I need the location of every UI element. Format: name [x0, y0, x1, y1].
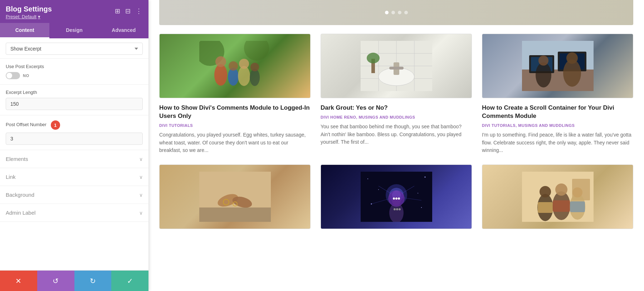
people-outdoor-svg [199, 41, 271, 91]
tabs-row: Content Design Advanced [0, 23, 148, 38]
blog-card-3: How to Create a Scroll Container for You… [482, 34, 633, 154]
blog-card-2: Dark Grout: Yes or No? DIVI HOME RENO, M… [321, 34, 472, 154]
blog-title-2: Dark Grout: Yes or No? [321, 104, 472, 112]
svg-point-8 [250, 69, 260, 86]
save-icon: ✓ [127, 277, 133, 285]
svg-point-29 [538, 56, 548, 66]
hero-dots [385, 11, 408, 14]
elements-label: Elements [6, 156, 28, 162]
svg-point-31 [566, 52, 578, 64]
left-panel: Blog Settings Preset: Default ▾ ⊞ ⊟ ⋮ Co… [0, 0, 148, 291]
save-button[interactable]: ✓ [111, 271, 148, 291]
hero-dot-4[interactable] [404, 11, 408, 14]
right-content: How to Show Divi's Comments Module to Lo… [148, 0, 644, 291]
post-offset-label-text: Post Offset Number [6, 122, 47, 127]
cancel-icon: ✕ [15, 277, 21, 285]
admin-chevron-icon: ∨ [139, 210, 143, 216]
show-excerpt-select[interactable]: Show Excerpt Show Full Content [6, 43, 143, 55]
use-post-excerpts-group: Use Post Excerpts NO [0, 59, 148, 85]
hero-dot-2[interactable] [391, 11, 395, 14]
redo-button[interactable]: ↻ [74, 271, 112, 291]
panel-title: Blog Settings [6, 5, 52, 13]
svg-point-66 [555, 183, 567, 196]
svg-point-9 [250, 63, 259, 71]
blog-card-6 [482, 164, 633, 235]
blog-title-3: How to Create a Scroll Container for You… [482, 104, 633, 120]
blog-excerpt-2: You see that bamboo behind me though, yo… [321, 123, 472, 146]
redo-icon: ↻ [90, 277, 96, 285]
svg-point-3 [215, 56, 226, 67]
blog-categories-3: DIVI TUTORIALS, MUSINGS AND MUDDLINGS [482, 123, 633, 128]
excerpt-length-label: Excerpt Length [6, 90, 143, 95]
svg-rect-19 [389, 67, 404, 70]
excerpt-length-input[interactable] [6, 98, 143, 110]
svg-point-59 [395, 197, 397, 200]
svg-point-39 [367, 178, 368, 179]
tab-design[interactable]: Design [49, 23, 99, 38]
hero-dot-1[interactable] [385, 11, 389, 14]
admin-label-section[interactable]: Admin Label ∨ [0, 204, 148, 222]
blog-image-5 [321, 164, 472, 229]
blog-image-4 [159, 164, 311, 229]
hero-dot-3[interactable] [398, 11, 401, 14]
more-options-button[interactable]: ⋮ [135, 6, 143, 16]
tab-advanced[interactable]: Advanced [99, 23, 148, 38]
panel-header: Blog Settings Preset: Default ▾ ⊞ ⊟ ⋮ [0, 0, 148, 23]
cancel-button[interactable]: ✕ [0, 271, 37, 291]
elements-chevron-icon: ∨ [139, 156, 143, 162]
svg-point-54 [394, 208, 396, 210]
svg-point-5 [229, 61, 238, 71]
tech-svg [361, 172, 432, 222]
layout-button[interactable]: ⊟ [125, 6, 131, 16]
tab-content[interactable]: Content [0, 23, 49, 38]
background-chevron-icon: ∨ [139, 192, 143, 198]
use-post-excerpts-toggle[interactable] [6, 72, 20, 79]
svg-point-64 [540, 186, 551, 197]
blog-image-3 [482, 34, 633, 98]
blog-excerpt-1: Congratulations, you played yourself. Eg… [159, 131, 311, 154]
svg-rect-70 [553, 200, 570, 212]
svg-rect-71 [570, 201, 585, 212]
background-label: Background [6, 192, 34, 198]
link-section[interactable]: Link ∨ [0, 168, 148, 186]
link-chevron-icon: ∨ [139, 174, 143, 180]
link-label: Link [6, 174, 16, 180]
blog-image-2 [321, 34, 472, 98]
blog-excerpt-3: I'm up to something. Find peace, life is… [482, 131, 633, 154]
svg-rect-69 [538, 202, 553, 213]
bottom-bar: ✕ ↺ ↻ ✓ [0, 270, 148, 291]
toggle-label-text: NO [23, 73, 29, 78]
background-section[interactable]: Background ∨ [0, 186, 148, 204]
preset-arrow[interactable]: ▾ [38, 14, 40, 19]
post-offset-group: Post Offset Number 1 [0, 115, 148, 150]
svg-point-40 [424, 176, 425, 177]
preset-label: Preset: Default [6, 14, 36, 19]
svg-point-2 [214, 64, 227, 86]
svg-point-7 [239, 59, 249, 69]
panel-header-icons: ⊞ ⊟ ⋮ [114, 6, 143, 16]
svg-point-42 [418, 193, 418, 194]
svg-point-68 [572, 187, 582, 197]
undo-button[interactable]: ↺ [37, 271, 74, 291]
panel-preset: Preset: Default ▾ [6, 14, 52, 19]
post-offset-input[interactable] [6, 133, 143, 145]
svg-point-55 [396, 208, 398, 210]
elements-section[interactable]: Elements ∨ [0, 150, 148, 168]
svg-rect-37 [199, 207, 271, 222]
toggle-row: NO [6, 72, 143, 79]
admin-label-text: Admin Label [6, 210, 35, 216]
svg-point-60 [398, 197, 400, 200]
undo-icon: ↺ [53, 277, 59, 285]
blog-card-1: How to Show Divi's Comments Module to Lo… [159, 34, 311, 154]
blog-card-5 [321, 164, 472, 235]
focus-mode-button[interactable]: ⊞ [114, 6, 121, 16]
svg-point-56 [399, 208, 401, 210]
blog-categories-1: DIVI TUTORIALS [159, 123, 311, 128]
excerpt-length-group: Excerpt Length [0, 85, 148, 115]
svg-point-28 [536, 62, 551, 87]
svg-point-44 [421, 207, 422, 208]
svg-point-6 [238, 66, 250, 86]
bathroom-svg [361, 41, 432, 91]
blog-image-1 [159, 34, 311, 98]
post-offset-badge: 1 [51, 120, 60, 130]
